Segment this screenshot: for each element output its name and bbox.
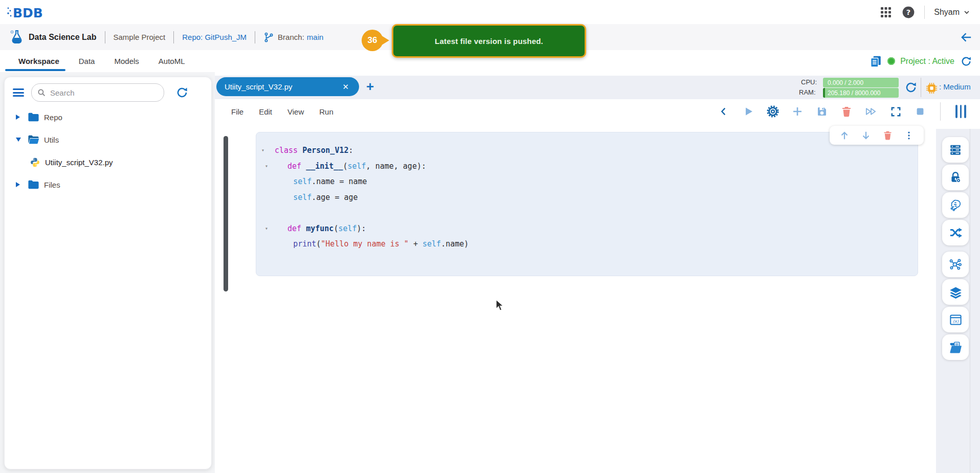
- app-window: BDB ? Shyam Data Science Lab Sample Proj…: [0, 0, 980, 473]
- fullscreen-icon[interactable]: [889, 105, 902, 118]
- prev-cell-icon[interactable]: [717, 105, 730, 118]
- code-text: def myfunc(self):: [278, 221, 366, 237]
- project-doc-icon[interactable]: [869, 55, 882, 68]
- crumb-separator: [105, 31, 105, 43]
- menu-edit[interactable]: Edit: [259, 107, 272, 116]
- layers-icon[interactable]: [942, 279, 969, 305]
- data-server-icon[interactable]: [942, 137, 969, 163]
- shuffle-icon[interactable]: [942, 220, 969, 245]
- user-menu[interactable]: Shyam: [934, 8, 971, 17]
- code-editor[interactable]: ▾class Person_V12:▾ def __init__(self, n…: [261, 143, 469, 252]
- code-line[interactable]: [261, 205, 469, 221]
- tree-item-utils[interactable]: Utils: [5, 128, 211, 151]
- status-text: Project : Active: [900, 57, 954, 66]
- logo-text: BDB: [13, 6, 43, 20]
- search-input[interactable]: [49, 88, 138, 98]
- cell-selection-bar: [224, 136, 228, 291]
- caret-down-icon[interactable]: [16, 138, 23, 142]
- delete-cell-icon[interactable]: [881, 129, 894, 142]
- notebook-area[interactable]: ▾class Person_V12:▾ def __init__(self, n…: [215, 124, 936, 473]
- fold-arrow-icon[interactable]: ▾: [261, 221, 278, 237]
- cpu-usage-badge: 0.000 / 2.000: [823, 78, 899, 87]
- code-line[interactable]: ▾ def myfunc(self):: [261, 221, 469, 237]
- file-tree: RepoUtilsUtiity_script_V32.pyFiles: [5, 106, 211, 196]
- code-line[interactable]: self.name = name: [261, 174, 469, 190]
- run-all-icon[interactable]: [864, 105, 878, 118]
- scrollbar-track[interactable]: [970, 129, 970, 473]
- tab-automl[interactable]: AutoML: [158, 57, 186, 65]
- back-arrow-icon[interactable]: [960, 31, 973, 46]
- menu-view[interactable]: View: [287, 107, 304, 116]
- help-icon[interactable]: ?: [902, 6, 915, 19]
- hamburger-menu-icon[interactable]: [13, 88, 24, 97]
- tree-item-repo[interactable]: Repo: [5, 106, 211, 128]
- close-icon[interactable]: ✕: [340, 81, 351, 93]
- move-down-icon[interactable]: [859, 129, 873, 142]
- menu-run[interactable]: Run: [319, 107, 333, 116]
- caret-right-icon[interactable]: [16, 182, 23, 187]
- code-cell[interactable]: ▾class Person_V12:▾ def __init__(self, n…: [256, 132, 918, 276]
- user-name: Shyam: [934, 8, 960, 17]
- code-line[interactable]: self.age = age: [261, 190, 469, 206]
- file-explorer-icon[interactable]: [942, 334, 969, 360]
- tree-item-label: Files: [44, 181, 60, 189]
- project-refresh-icon[interactable]: [960, 55, 973, 68]
- new-tab-plus-icon[interactable]: +: [366, 80, 374, 93]
- topbar-divider: [924, 6, 925, 19]
- resource-refresh-icon[interactable]: [904, 81, 918, 94]
- move-up-icon[interactable]: [838, 129, 851, 142]
- caret-right-icon[interactable]: [16, 115, 23, 120]
- resource-monitor: CPU: 0.000 / 2.000 RAM: 205.180 / 8000.0…: [724, 76, 980, 99]
- run-cell-icon[interactable]: [742, 105, 755, 118]
- tab-data[interactable]: Data: [78, 57, 96, 65]
- ram-label: RAM:: [799, 88, 816, 96]
- fold-gutter: [261, 205, 275, 221]
- code-line[interactable]: ▾ def __init__(self, name, age):: [261, 159, 469, 174]
- ai-brain-icon[interactable]: [942, 192, 969, 218]
- apps-grid-icon[interactable]: [879, 6, 893, 19]
- python-file-icon: [30, 157, 40, 168]
- repo-name: Repo: GitPush_JM: [182, 33, 247, 41]
- tab-workspace[interactable]: Workspace: [17, 57, 60, 65]
- file-tab[interactable]: Utiity_script_V32.py ✕: [216, 77, 359, 96]
- code-line[interactable]: ▾class Person_V12:: [261, 143, 469, 159]
- svg-text:?: ?: [906, 8, 910, 16]
- git-branch-icon: [263, 31, 275, 43]
- bdb-logo-icon: BDB: [6, 4, 46, 21]
- project-status: Project : Active: [869, 50, 973, 72]
- search-box: [31, 83, 164, 102]
- fold-arrow-icon[interactable]: ▾: [261, 159, 278, 174]
- delete-icon[interactable]: [840, 105, 853, 118]
- tree-refresh-icon[interactable]: [175, 86, 189, 99]
- folder-open-icon: [28, 134, 39, 145]
- add-cell-icon[interactable]: [791, 105, 804, 118]
- network-hub-icon[interactable]: [942, 252, 969, 277]
- app-title: Data Science Lab: [29, 33, 97, 42]
- tree-item-files[interactable]: Files: [5, 173, 211, 196]
- more-options-icon[interactable]: [902, 129, 916, 142]
- stop-icon[interactable]: [914, 105, 927, 118]
- fold-arrow-icon[interactable]: ▾: [261, 143, 275, 159]
- fold-gutter: [261, 174, 275, 190]
- tour-step-badge: 36: [362, 30, 383, 51]
- chevron-down-icon: [963, 8, 971, 16]
- save-icon[interactable]: [815, 105, 829, 118]
- secrets-lock-icon[interactable]: [942, 165, 969, 190]
- project-name: Sample Project: [114, 33, 166, 41]
- resource-divider: [921, 78, 921, 97]
- code-text: self.name = name: [275, 174, 367, 190]
- tree-item-utiity-script-v32-py[interactable]: Utiity_script_V32.py: [5, 151, 211, 173]
- variables-panel-icon[interactable]: (x): [942, 307, 969, 332]
- tab-models[interactable]: Models: [113, 57, 140, 65]
- code-line[interactable]: print("Hello my name is " + self.name): [261, 236, 469, 252]
- columns-icon[interactable]: [955, 105, 966, 118]
- code-text: def __init__(self, name, age):: [278, 159, 426, 174]
- status-dot: [887, 57, 895, 65]
- fold-gutter: [261, 236, 275, 252]
- ram-usage-badge: 205.180 / 8000.000: [823, 88, 899, 98]
- settings-gear-icon[interactable]: [766, 105, 779, 118]
- menu-file[interactable]: File: [231, 107, 243, 116]
- cpu-label: CPU:: [801, 78, 817, 86]
- cell-toolbar: [830, 126, 924, 145]
- lab-flask-icon: [9, 29, 25, 46]
